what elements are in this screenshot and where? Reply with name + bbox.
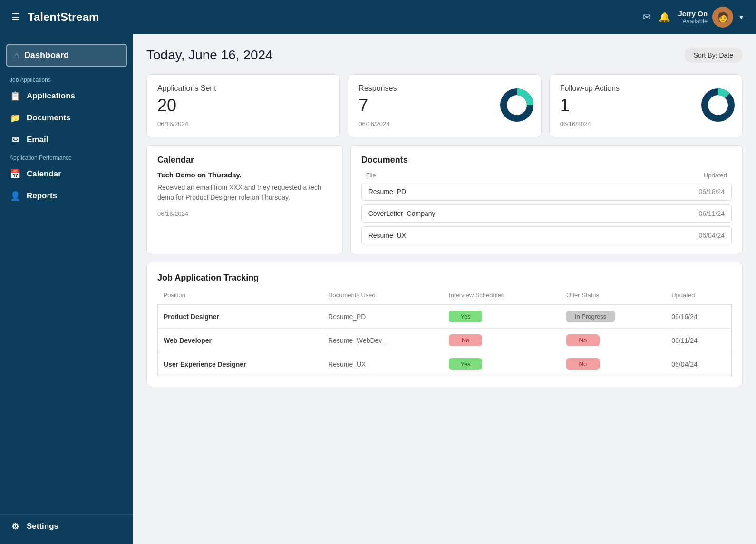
applications-label: Applications (27, 91, 75, 101)
doc-row-2[interactable]: Resume_UX 06/04/24 (361, 226, 732, 244)
card-applications-sent: Applications Sent 20 06/16/2024 (146, 74, 340, 137)
track-docs-0: Resume_PD (322, 305, 443, 329)
sidebar-item-calendar[interactable]: 📅 Calendar (0, 163, 133, 185)
sidebar-item-email[interactable]: ✉ Email (0, 129, 133, 151)
documents-card: Documents File Updated Resume_PD 06/16/2… (350, 145, 743, 254)
track-position-1: Web Developer (158, 329, 323, 352)
page-title: Today, June 16, 2024 (146, 48, 273, 63)
tracking-row-1: Web Developer Resume_WebDev_ No No 06/11… (158, 329, 732, 352)
responses-chart (500, 88, 533, 124)
applications-icon: 📋 (10, 91, 21, 101)
tracking-card: Job Application Tracking Position Docume… (146, 262, 743, 387)
calendar-event-desc: Received an email from XXX and they requ… (157, 183, 332, 203)
track-offer-2: No (561, 352, 666, 376)
dashboard-label: Dashboard (24, 50, 69, 60)
track-position-0: Product Designer (158, 305, 323, 329)
settings-label: Settings (27, 522, 58, 531)
bottom-row: Calendar Tech Demo on Thursday. Received… (146, 145, 743, 254)
documents-label: Documents (27, 113, 71, 123)
user-menu[interactable]: Jerry On Available 🧑 ▼ (678, 7, 745, 28)
tracking-title: Job Application Tracking (157, 273, 732, 283)
track-interview-1: No (443, 329, 561, 352)
doc-filename-1: CoverLetter_Company (368, 210, 699, 217)
calendar-label: Calendar (27, 169, 61, 179)
tracking-row-0: Product Designer Resume_PD Yes In Progre… (158, 305, 732, 329)
documents-card-title: Documents (361, 155, 732, 165)
col-interview: Interview Scheduled (443, 291, 561, 305)
track-updated-0: 06/16/24 (666, 305, 731, 329)
card-applications-date: 06/16/2024 (157, 120, 329, 127)
sidebar-section-app-performance: Application Performance (0, 151, 133, 163)
track-docs-2: Resume_UX (322, 352, 443, 376)
email-label: Email (27, 135, 48, 145)
doc-row-0[interactable]: Resume_PD 06/16/24 (361, 183, 732, 201)
content-area: Today, June 16, 2024 Sort By: Date Appli… (133, 34, 756, 544)
app-title: TalentStream (28, 10, 643, 24)
documents-icon: 📁 (10, 113, 21, 123)
sidebar-item-reports[interactable]: 👤 Reports (0, 185, 133, 207)
sidebar-item-documents[interactable]: 📁 Documents (0, 107, 133, 129)
sidebar-item-applications[interactable]: 📋 Applications (0, 85, 133, 107)
sidebar-item-settings[interactable]: ⚙ Settings (0, 514, 133, 538)
doc-date-2: 06/04/24 (699, 232, 725, 239)
mail-icon[interactable]: ✉ (643, 11, 651, 23)
track-offer-1: No (561, 329, 666, 352)
followup-chart (701, 88, 735, 124)
track-docs-1: Resume_WebDev_ (322, 329, 443, 352)
track-interview-2: Yes (443, 352, 561, 376)
doc-col-file: File (366, 172, 704, 179)
followup-donut (701, 88, 735, 122)
header: ☰ TalentStream ✉ 🔔 Jerry On Available 🧑 … (0, 0, 756, 34)
calendar-card: Calendar Tech Demo on Thursday. Received… (146, 145, 343, 254)
user-status: Available (678, 18, 708, 25)
sidebar-section-job-applications: Job Applications (0, 73, 133, 85)
calendar-icon: 📅 (10, 169, 21, 179)
user-name: Jerry On (678, 10, 708, 18)
doc-col-updated: Updated (704, 172, 727, 179)
doc-filename-2: Resume_UX (368, 232, 699, 239)
track-updated-1: 06/11/24 (666, 329, 731, 352)
main-layout: ⌂ Dashboard Job Applications 📋 Applicati… (0, 34, 756, 544)
col-documents: Documents Used (322, 291, 443, 305)
chevron-down-icon: ▼ (738, 13, 745, 21)
calendar-card-title: Calendar (157, 155, 332, 165)
tracking-table: Position Documents Used Interview Schedu… (157, 291, 732, 376)
col-position: Position (158, 291, 323, 305)
reports-icon: 👤 (10, 191, 21, 201)
home-icon: ⌂ (14, 50, 19, 60)
sidebar-item-dashboard[interactable]: ⌂ Dashboard (6, 44, 127, 67)
responses-donut (500, 88, 533, 122)
card-followup: Follow-up Actions 1 06/16/2024 (549, 74, 743, 137)
user-info: Jerry On Available (678, 10, 708, 25)
notification-icon[interactable]: 🔔 (659, 11, 670, 23)
settings-icon: ⚙ (10, 521, 21, 532)
track-offer-0: In Progress (561, 305, 666, 329)
col-offer: Offer Status (561, 291, 666, 305)
doc-table-header: File Updated (361, 172, 732, 183)
doc-filename-0: Resume_PD (368, 188, 699, 195)
doc-date-1: 06/11/24 (699, 210, 725, 217)
track-interview-0: Yes (443, 305, 561, 329)
menu-icon[interactable]: ☰ (11, 11, 20, 23)
card-applications-number: 20 (157, 96, 329, 116)
track-updated-2: 06/04/24 (666, 352, 731, 376)
col-updated: Updated (666, 291, 731, 305)
header-right: ✉ 🔔 Jerry On Available 🧑 ▼ (643, 7, 745, 28)
sidebar: ⌂ Dashboard Job Applications 📋 Applicati… (0, 34, 133, 544)
sort-button[interactable]: Sort By: Date (684, 48, 743, 63)
stats-cards-row: Applications Sent 20 06/16/2024 Response… (146, 74, 743, 137)
doc-date-0: 06/16/24 (699, 188, 725, 195)
email-icon: ✉ (10, 135, 21, 145)
card-applications-title: Applications Sent (157, 84, 329, 93)
reports-label: Reports (27, 191, 57, 201)
doc-row-1[interactable]: CoverLetter_Company 06/11/24 (361, 204, 732, 223)
calendar-event-title: Tech Demo on Thursday. (157, 171, 332, 179)
content-header: Today, June 16, 2024 Sort By: Date (146, 48, 743, 63)
calendar-event-date: 06/16/2024 (157, 210, 332, 217)
track-position-2: User Experience Designer (158, 352, 323, 376)
svg-point-5 (711, 98, 725, 112)
avatar: 🧑 (712, 7, 733, 28)
svg-point-2 (510, 98, 523, 112)
card-responses: Responses 7 06/16/2024 (348, 74, 541, 137)
tracking-row-2: User Experience Designer Resume_UX Yes N… (158, 352, 732, 376)
